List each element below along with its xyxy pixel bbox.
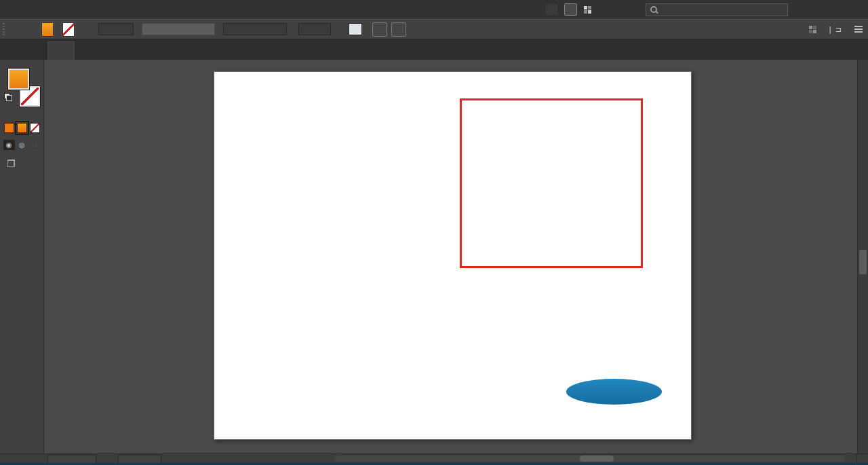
drawing-modes-row: ◉ ◎ ◌ <box>0 140 43 150</box>
variable-width-profile-select <box>142 23 215 35</box>
default-fill-stroke-icon[interactable] <box>4 93 12 101</box>
close-button[interactable] <box>845 1 865 18</box>
screen-mode-icon[interactable]: ❐ <box>7 158 43 169</box>
bridge-badge-icon[interactable] <box>546 4 557 15</box>
minimize-button[interactable] <box>804 1 825 18</box>
tool-grid <box>0 60 43 62</box>
controlbar-right-icons: ❘⊐ <box>809 25 863 34</box>
horizontal-scrollbar-thumb[interactable] <box>580 455 614 462</box>
control-bar: ❘⊐ <box>0 19 868 39</box>
draw-behind-icon[interactable]: ◎ <box>16 140 28 150</box>
adobe-stock-search[interactable] <box>646 3 788 16</box>
brush-definition-select[interactable] <box>223 23 287 35</box>
stroke-weight-select[interactable] <box>98 23 134 35</box>
default-stroke-square <box>6 95 12 101</box>
draw-inside-icon[interactable]: ◌ <box>29 140 41 150</box>
arrange-documents-icon <box>584 6 591 14</box>
draw-normal-icon[interactable]: ◉ <box>3 140 15 150</box>
vertical-scrollbar-thumb[interactable] <box>859 250 867 274</box>
workspace-bar-icon: ❘ <box>827 25 833 34</box>
search-icon <box>650 6 657 13</box>
fit-document-button[interactable] <box>372 22 387 37</box>
panel-menu-icon[interactable] <box>854 26 863 27</box>
opacity-field[interactable] <box>298 23 331 35</box>
equals-mark-top[interactable] <box>429 175 446 182</box>
stock-badge-icon[interactable] <box>564 3 577 16</box>
window-controls <box>804 1 865 18</box>
gradient-button[interactable] <box>17 123 27 133</box>
statusbar-corner <box>856 454 868 463</box>
right-gradient-circle[interactable] <box>466 104 614 252</box>
fill-color-indicator[interactable] <box>8 69 29 90</box>
fill-color-swatch[interactable] <box>41 22 54 37</box>
menubar-right <box>546 0 868 19</box>
arrange-documents-button[interactable] <box>584 6 594 14</box>
workspace-icon-button[interactable]: ❘⊐ <box>827 25 844 34</box>
color-button[interactable] <box>4 123 14 133</box>
preferences-button[interactable] <box>391 22 406 37</box>
status-bar <box>0 453 868 463</box>
graphic-style-swatch[interactable] <box>349 23 362 35</box>
stroke-color-swatch[interactable] <box>62 22 75 37</box>
paint-mode-row <box>0 123 43 133</box>
horizontal-scrollbar[interactable] <box>334 455 845 462</box>
document-arrangement-icon[interactable] <box>809 26 816 33</box>
left-gradient-circle[interactable] <box>269 105 416 251</box>
canvas-area <box>44 60 857 453</box>
kadoshmerah-logo[interactable] <box>566 379 662 405</box>
fill-stroke-block <box>0 66 43 119</box>
document-tab[interactable] <box>47 41 75 60</box>
vertical-scrollbar[interactable] <box>857 60 868 453</box>
control-bar-grip[interactable] <box>3 23 5 35</box>
equals-mark-bottom[interactable] <box>429 187 446 192</box>
artboard <box>214 71 692 440</box>
tab-bar <box>0 39 868 60</box>
none-button[interactable] <box>30 123 40 133</box>
restore-button[interactable] <box>825 1 845 18</box>
workspace-shape-icon: ⊐ <box>835 25 842 34</box>
menu-bar <box>0 0 868 19</box>
tools-panel: ◉ ◎ ◌ ❐ <box>0 60 44 453</box>
